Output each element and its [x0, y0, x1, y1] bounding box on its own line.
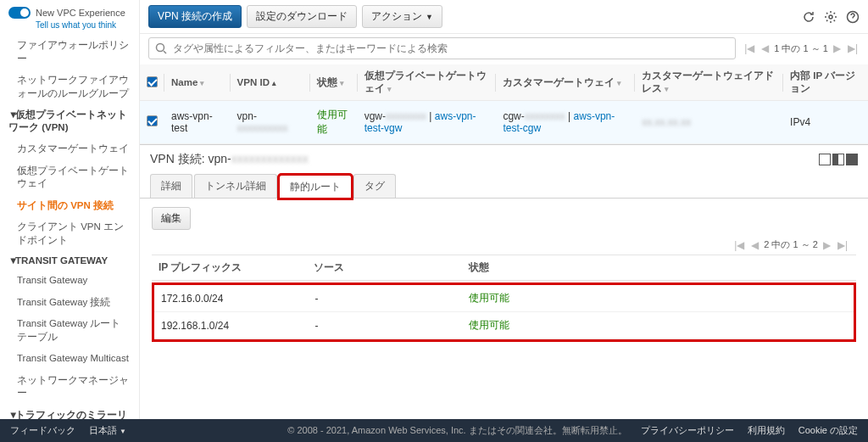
page-last-icon[interactable]: ▶|	[836, 239, 849, 251]
pager-text: 1 中の 1 ～ 1	[774, 42, 828, 55]
page-next-icon[interactable]: ▶	[821, 239, 832, 251]
detail-panel: VPN 接続: vpn-xxxxxxxxxxxxx 詳細 トンネル詳細 静的ルー…	[140, 144, 868, 419]
page-prev-icon[interactable]: ◀	[760, 42, 771, 54]
cell-vpnid: vpn-xxxxxxxxxx	[231, 101, 310, 144]
cookie-link[interactable]: Cookie の設定	[798, 424, 858, 437]
filter-input-wrap	[148, 37, 736, 59]
route-state: 使用可能	[462, 285, 854, 312]
col-vpnid[interactable]: VPN ID▴	[231, 64, 310, 101]
new-vpc-experience-toggle-row: New VPC Experience	[0, 3, 139, 20]
sidebar-item-firewall-rulegroup[interactable]: ネットワークファイアウォールのルールグループ	[0, 70, 139, 104]
sidebar-item-firewall-policy[interactable]: ファイアウォールポリシー	[0, 35, 139, 70]
help-icon[interactable]	[846, 10, 860, 24]
sidebar-item-tgw-rt[interactable]: Transit Gateway ルートテーブル	[0, 313, 139, 348]
sidebar: New VPC Experience Tell us what you thin…	[0, 0, 140, 419]
route-row[interactable]: 192.168.1.0/24 - 使用可能	[154, 312, 854, 339]
cell-ipver: IPv4	[783, 101, 868, 144]
chevron-down-icon: ▼	[120, 428, 126, 435]
sidebar-group-mirror[interactable]: ▼トラフィックのミラーリング	[0, 405, 139, 419]
page-first-icon[interactable]: |◀	[743, 42, 756, 54]
chevron-down-icon: ▼	[426, 13, 433, 21]
filter-input[interactable]	[148, 37, 736, 59]
terms-link[interactable]: 利用規約	[748, 424, 785, 437]
col-ipver[interactable]: 内部 IP バージョン	[783, 64, 868, 101]
cell-vgw: vgw-xxxxxxxx | aws-vpn-test-vgw	[358, 101, 497, 144]
row-checkbox[interactable]	[147, 115, 158, 126]
select-all-checkbox[interactable]	[147, 76, 158, 87]
col-state[interactable]: 状態▾	[310, 64, 358, 101]
cell-cgwaddr: xx.xx.xx.xx	[635, 101, 783, 144]
page-last-icon[interactable]: ▶|	[846, 42, 860, 54]
layout-split-icon[interactable]	[832, 154, 844, 165]
copyright: © 2008 - 2021, Amazon Web Services, Inc.…	[287, 424, 626, 437]
footer: フィードバック 日本語 ▼ © 2008 - 2021, Amazon Web …	[0, 419, 868, 442]
language-selector[interactable]: 日本語 ▼	[89, 424, 126, 437]
col-name[interactable]: Name▾	[164, 64, 231, 101]
sidebar-item-tgw[interactable]: Transit Gateway	[0, 270, 139, 292]
cell-name: aws-vpn-test	[164, 101, 231, 144]
route-prefix: 172.16.0.0/24	[154, 285, 309, 312]
table-row[interactable]: aws-vpn-test vpn-xxxxxxxxxx 使用可能 vgw-xxx…	[140, 101, 868, 144]
sidebar-group-vpn[interactable]: ▼仮想プライベートネットワーク (VPN)	[0, 104, 139, 138]
detail-tabs: 詳細 トンネル詳細 静的ルート タグ	[140, 171, 868, 199]
layout-min-icon[interactable]	[819, 154, 831, 165]
col-ipprefix: IP プレフィックス	[152, 255, 307, 281]
gear-icon[interactable]	[824, 10, 837, 24]
sidebar-item-site2site-vpn[interactable]: サイト間の VPN 接続	[0, 195, 139, 217]
svg-point-0	[829, 15, 832, 19]
page-first-icon[interactable]: |◀	[732, 239, 746, 251]
content-area: VPN 接続の作成 設定のダウンロード アクション▼ |◀ ◀ 1 中の 1	[140, 0, 868, 419]
toggle-icon[interactable]	[8, 7, 31, 19]
sidebar-item-tgw-attach[interactable]: Transit Gateway 接続	[0, 292, 139, 314]
group-label: 仮想プライベートネットワーク (VPN)	[8, 109, 127, 132]
route-prefix: 192.168.1.0/24	[154, 312, 309, 339]
col-cgwaddr[interactable]: カスタマーゲートウェイアドレス▾	[635, 64, 783, 101]
refresh-icon[interactable]	[802, 10, 815, 24]
detail-title: VPN 接続: vpn-xxxxxxxxxxxxx	[150, 152, 309, 167]
actions-label: アクション	[371, 10, 422, 22]
routes-pager: |◀ ◀ 2 中の 1 ～ 2 ▶ ▶|	[732, 238, 849, 251]
create-vpn-button[interactable]: VPN 接続の作成	[148, 5, 242, 28]
cell-state: 使用可能	[310, 101, 358, 144]
toolbar: VPN 接続の作成 設定のダウンロード アクション▼	[140, 0, 868, 34]
filter-row: |◀ ◀ 1 中の 1 ～ 1 ▶ ▶|	[140, 34, 868, 64]
tell-us-link[interactable]: Tell us what you think	[0, 20, 139, 35]
tab-static-routes[interactable]: 静的ルート	[279, 175, 352, 199]
sidebar-group-tgw[interactable]: ▼TRANSIT GATEWAY	[0, 251, 139, 270]
tab-tags[interactable]: タグ	[353, 174, 396, 198]
pager-top: |◀ ◀ 1 中の 1 ～ 1 ▶ ▶|	[743, 42, 860, 55]
svg-point-2	[157, 44, 164, 52]
group-label: トラフィックのミラーリング	[8, 410, 127, 419]
route-row[interactable]: 172.16.0.0/24 - 使用可能	[154, 285, 854, 312]
sidebar-item-tgw-multicast[interactable]: Transit Gateway Multicast	[0, 348, 139, 370]
sidebar-item-netmgr[interactable]: ネットワークマネージャー	[0, 370, 139, 405]
download-config-button[interactable]: 設定のダウンロード	[247, 5, 357, 28]
pager-text: 2 中の 1 ～ 2	[764, 238, 818, 251]
privacy-link[interactable]: プライバシーポリシー	[641, 424, 734, 437]
col-source: ソース	[307, 255, 462, 281]
route-state: 使用可能	[462, 312, 854, 339]
sidebar-item-cgw[interactable]: カスタマーゲートウェイ	[0, 138, 139, 160]
layout-full-icon[interactable]	[846, 154, 858, 165]
col-vgw[interactable]: 仮想プライベートゲートウェイ▾	[358, 64, 497, 101]
cell-cgw: cgw-xxxxxxxx | aws-vpn-test-cgw	[496, 101, 635, 144]
actions-button[interactable]: アクション▼	[362, 5, 442, 28]
page-prev-icon[interactable]: ◀	[749, 239, 760, 251]
tab-tunnel[interactable]: トンネル詳細	[194, 174, 277, 198]
new-vpc-label: New VPC Experience	[36, 8, 125, 18]
page-next-icon[interactable]: ▶	[832, 42, 843, 54]
col-cgw[interactable]: カスタマーゲートウェイ▾	[496, 64, 635, 101]
vpn-table: Name▾ VPN ID▴ 状態▾ 仮想プライベートゲートウェイ▾ カスタマーゲ…	[140, 64, 868, 144]
route-source: -	[309, 312, 463, 339]
col-state: 状態	[462, 255, 856, 281]
group-label: TRANSIT GATEWAY	[15, 255, 108, 266]
feedback-link[interactable]: フィードバック	[10, 424, 75, 437]
sidebar-item-vgw[interactable]: 仮想プライベートゲートウェイ	[0, 160, 139, 195]
edit-button[interactable]: 編集	[152, 207, 191, 230]
tab-detail[interactable]: 詳細	[150, 174, 192, 198]
route-source: -	[309, 285, 463, 312]
search-icon	[154, 42, 168, 55]
sidebar-item-clientvpn[interactable]: クライアント VPN エンドポイント	[0, 216, 139, 251]
routes-table: IP プレフィックス ソース 状態	[152, 255, 856, 281]
